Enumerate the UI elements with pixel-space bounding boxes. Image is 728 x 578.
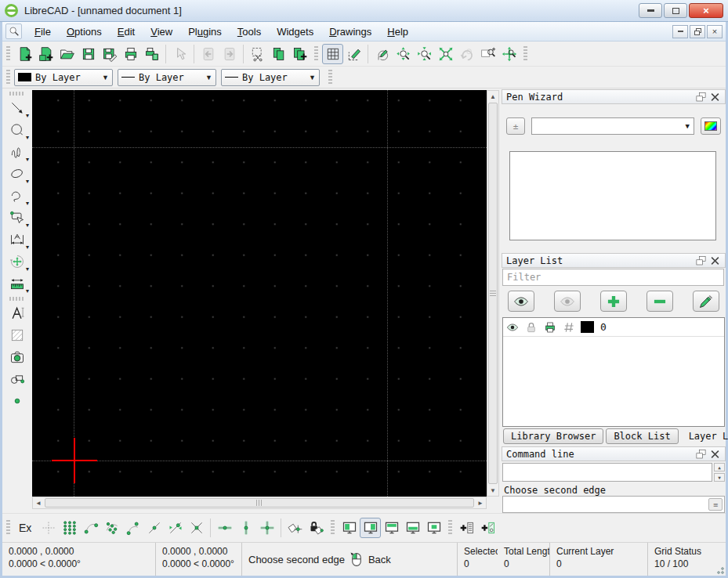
command-history[interactable]: [502, 463, 712, 482]
measure-tool-button[interactable]: ▾: [5, 273, 29, 294]
toolbar-grip[interactable]: [9, 297, 25, 301]
layer-construction-toggle[interactable]: [560, 321, 578, 334]
menu-plugins[interactable]: Plugins: [180, 23, 230, 40]
remove-layer-button[interactable]: [647, 291, 673, 312]
snap-intersection-button[interactable]: [186, 518, 207, 538]
float-button[interactable]: [695, 255, 707, 266]
vertical-scroll-thumb[interactable]: [488, 103, 498, 484]
snap-grid-button[interactable]: [59, 518, 80, 538]
hatch-tool-button[interactable]: [5, 324, 29, 345]
zoom-window-button[interactable]: [477, 44, 498, 64]
grid-toggle-button[interactable]: [322, 44, 343, 64]
scroll-up-arrow[interactable]: ▲: [714, 463, 725, 471]
print-preview-button[interactable]: [141, 44, 162, 64]
horizontal-scroll-thumb[interactable]: [45, 498, 474, 508]
dock-area-bottom-button[interactable]: [402, 518, 423, 538]
dock-area-top-button[interactable]: [381, 518, 402, 538]
horizontal-scrollbar[interactable]: ◄ ►: [32, 497, 487, 509]
toolbar-grip[interactable]: [448, 520, 452, 536]
close-panel-button[interactable]: [709, 255, 721, 266]
scroll-up-arrow[interactable]: ▲: [487, 91, 498, 102]
lock-relative-zero-button[interactable]: [306, 518, 327, 538]
modify-tool-button[interactable]: ▾: [5, 251, 29, 272]
snap-exclusive-label[interactable]: Ex: [19, 522, 31, 534]
command-input[interactable]: [503, 497, 724, 512]
menu-drawings[interactable]: Drawings: [321, 23, 379, 40]
modify-layer-button[interactable]: [693, 291, 719, 312]
snap-center-button[interactable]: [122, 518, 143, 538]
add-custom-widget-button[interactable]: [456, 518, 477, 538]
snap-endpoints-button[interactable]: [80, 518, 101, 538]
ellipse-tool-button[interactable]: ▾: [5, 163, 29, 184]
line-type-combo[interactable]: By Layer ▼: [221, 69, 320, 86]
new-document-button[interactable]: [14, 44, 35, 64]
toolbar-grip[interactable]: [314, 46, 318, 62]
mdi-close-button[interactable]: ×: [707, 25, 723, 38]
polyline-tool-button[interactable]: ▾: [5, 185, 29, 206]
open-document-button[interactable]: [56, 44, 78, 64]
menu-edit[interactable]: Edit: [110, 23, 143, 40]
toolbar-grip[interactable]: [523, 46, 527, 62]
toolbar-grip[interactable]: [9, 92, 25, 96]
zoom-pan-button[interactable]: [498, 44, 520, 64]
show-all-layers-button[interactable]: [508, 291, 534, 312]
restrict-orthogonal-button[interactable]: [256, 518, 277, 538]
scroll-down-arrow[interactable]: ▼: [487, 485, 498, 496]
close-panel-button[interactable]: [709, 449, 721, 460]
dock-area-right-button[interactable]: [360, 518, 381, 538]
pen-combo[interactable]: ▼: [531, 117, 694, 135]
snap-on-entity-button[interactable]: [101, 518, 122, 538]
vertical-scrollbar[interactable]: ▲ ▼: [487, 90, 499, 497]
circle-tool-button[interactable]: ▾: [5, 119, 29, 140]
add-layer-button[interactable]: [600, 291, 627, 312]
menu-search-button[interactable]: [5, 23, 22, 39]
scroll-right-arrow[interactable]: ►: [475, 497, 486, 508]
snap-free-button[interactable]: [38, 518, 59, 538]
maximize-button[interactable]: [664, 3, 687, 18]
layer-print-toggle[interactable]: [541, 321, 560, 334]
text-tool-button[interactable]: [5, 302, 29, 323]
redo-button[interactable]: [219, 44, 240, 64]
pen-adjust-button[interactable]: ±: [506, 117, 525, 135]
restrict-vertical-button[interactable]: [235, 518, 256, 538]
pen-wizard-list[interactable]: [509, 151, 716, 240]
auto-zoom-button[interactable]: [435, 44, 456, 64]
toolbar-grip[interactable]: [6, 46, 10, 62]
draft-mode-button[interactable]: [343, 44, 364, 64]
dock-area-left-button[interactable]: [339, 518, 360, 538]
dock-area-floating-button[interactable]: [423, 518, 444, 538]
menu-tools[interactable]: Tools: [230, 23, 269, 40]
line-width-combo[interactable]: By Layer ▼: [118, 69, 216, 86]
tab-library-browser[interactable]: Library Browser: [503, 428, 603, 444]
toolbar-grip[interactable]: [6, 520, 10, 536]
undo-button[interactable]: [197, 44, 219, 64]
point-tool-button[interactable]: [5, 390, 29, 411]
block-tool-button[interactable]: [5, 368, 29, 389]
hide-all-layers-button[interactable]: [554, 291, 581, 312]
save-button[interactable]: [78, 44, 99, 64]
set-relative-zero-button[interactable]: [284, 518, 306, 538]
restrict-horizontal-button[interactable]: [214, 518, 235, 538]
drawing-canvas[interactable]: [32, 90, 487, 497]
copy-button[interactable]: [268, 44, 289, 64]
close-button[interactable]: ×: [689, 3, 723, 18]
curve-tool-button[interactable]: ▾: [5, 141, 29, 162]
command-options-button[interactable]: ≡: [708, 498, 723, 511]
image-tool-button[interactable]: [5, 346, 29, 367]
print-button[interactable]: [120, 44, 141, 64]
scroll-left-arrow[interactable]: ◄: [33, 497, 44, 508]
layer-row[interactable]: 0: [503, 318, 724, 337]
layer-lock-toggle[interactable]: [522, 321, 541, 334]
previous-view-button[interactable]: [456, 44, 477, 64]
toolbar-grip[interactable]: [328, 70, 332, 85]
scroll-down-arrow[interactable]: ▼: [714, 473, 725, 482]
snap-distance-button[interactable]: [165, 518, 186, 538]
menu-help[interactable]: Help: [379, 23, 416, 40]
tab-block-list[interactable]: Block List: [606, 428, 678, 444]
minimize-button[interactable]: [639, 3, 662, 18]
menu-view[interactable]: View: [143, 23, 180, 40]
tab-layer-list[interactable]: Layer List: [681, 428, 728, 444]
resize-grip[interactable]: [715, 565, 724, 574]
dimension-tool-button[interactable]: ▾: [5, 229, 29, 250]
menu-file[interactable]: File: [27, 23, 59, 40]
